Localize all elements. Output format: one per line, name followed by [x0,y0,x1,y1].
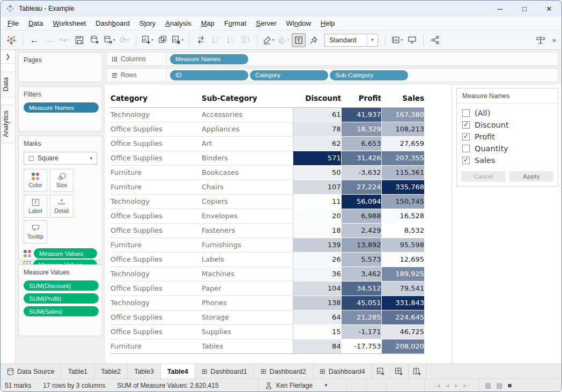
category-cell[interactable]: Office Supplies [110,310,202,324]
category-cell[interactable]: Office Supplies [110,252,202,267]
profit-cell[interactable]: 13,892 [341,238,381,252]
rows-shelf-pill[interactable]: Sub-Category [330,70,408,80]
checkbox-icon[interactable] [462,145,470,152]
sub-category-cell[interactable]: Supplies [202,324,293,339]
profit-cell[interactable]: -1,171 [341,324,381,339]
profit-cell[interactable]: 34,512 [341,281,381,295]
mark-type-select[interactable]: Square ▼ [24,152,97,165]
category-cell[interactable]: Office Supplies [110,223,202,238]
fix-axes-pin-button[interactable] [307,33,321,47]
show-me-button[interactable] [534,33,548,47]
discount-cell[interactable]: 571 [293,151,341,165]
clear-sheet-button[interactable]: ▾ [171,33,184,47]
discount-cell[interactable]: 84 [293,339,341,353]
filter-option-profit[interactable]: Profit [462,131,552,143]
new-worksheet-button[interactable]: ▾ [140,33,154,47]
measure-values-pill[interactable]: SUM(Discount) [24,280,99,291]
column-header-profit[interactable]: Profit [341,90,381,107]
tab-table2[interactable]: Table2 [94,364,128,379]
cancel-button[interactable]: Cancel [461,171,506,182]
sub-category-cell[interactable]: Appliances [202,122,293,136]
profit-cell[interactable]: 3,462 [341,267,381,281]
pages-card[interactable]: Pages [18,52,102,82]
profit-cell[interactable]: 6,988 [341,209,381,223]
measure-values-pill[interactable]: SUM(Profit) [24,293,99,304]
category-cell[interactable]: Technology [110,107,202,122]
category-cell[interactable]: Technology [110,295,202,310]
pause-auto-updates-button[interactable]: ▾ [102,33,116,47]
category-cell[interactable]: Furniture [110,339,202,353]
measure-values-pill[interactable]: SUM(Sales) [24,306,99,316]
category-cell[interactable]: Office Supplies [110,324,202,339]
discount-cell[interactable]: 139 [293,238,341,252]
discount-cell[interactable]: 62 [293,136,341,151]
new-data-source-button[interactable] [87,33,101,47]
tab-table1[interactable]: Table1 [61,364,94,379]
sort-ascending-button[interactable] [209,33,223,47]
sub-category-cell[interactable]: Labels [202,252,293,267]
refresh-data-button[interactable]: ⟳▾ [117,33,131,47]
share-button[interactable] [428,33,442,47]
sales-cell[interactable]: 79,541 [381,281,424,295]
category-cell[interactable]: Office Supplies [110,151,202,165]
sales-cell[interactable]: 207,355 [381,151,424,165]
replay-button[interactable]: ↪▾ [57,33,71,47]
filter-option-discount[interactable]: Discount [462,119,552,131]
discount-cell[interactable]: 18 [293,223,341,238]
column-header-sales[interactable]: Sales [381,90,424,107]
category-cell[interactable]: Office Supplies [110,136,202,151]
menu-file[interactable]: File [3,18,24,29]
size-button[interactable]: Size [50,169,73,192]
tab-analytics[interactable]: Analytics [2,105,14,143]
category-cell[interactable]: Furniture [110,238,202,252]
show-me-cards-button[interactable]: ▾ [390,33,404,47]
discount-cell[interactable]: 107 [293,180,341,194]
first-sheet-icon[interactable]: ❘◀ [432,383,440,388]
sub-category-cell[interactable]: Art [202,136,293,151]
expand-pane-button[interactable]: ❯ [1,50,15,64]
sales-cell[interactable]: 12,695 [381,252,424,267]
discount-cell[interactable]: 64 [293,310,341,324]
column-header-category[interactable]: Category [110,90,202,107]
sub-category-cell[interactable]: Copiers [202,194,293,209]
category-cell[interactable]: Office Supplies [110,281,202,295]
group-members-button[interactable] [239,33,253,47]
menu-window[interactable]: Window [282,18,316,29]
filmstrip-icon[interactable]: ▩ [496,381,502,389]
sales-cell[interactable]: 208,020 [381,339,424,353]
sales-cell[interactable]: 16,528 [381,209,424,223]
fit-mode-select[interactable]: Standard ▼ [324,34,378,47]
sales-cell[interactable]: 167,380 [381,107,424,122]
tab-table3[interactable]: Table3 [128,364,161,379]
sub-category-cell[interactable]: Paper [202,281,293,295]
sub-category-cell[interactable]: Storage [202,310,293,324]
minimize-button[interactable]: ─ [487,1,512,17]
sub-category-cell[interactable]: Chairs [202,180,293,194]
menu-help[interactable]: Help [316,18,340,29]
profit-cell[interactable]: 6,653 [341,136,381,151]
checkbox-icon[interactable] [462,109,470,117]
apply-button[interactable]: Apply [509,171,554,182]
filter-option-quantity[interactable]: Quantity [462,143,552,154]
swap-rows-columns-button[interactable] [194,33,208,47]
sales-cell[interactable]: 115,361 [381,165,424,180]
undo-button[interactable]: ← [27,33,41,47]
discount-cell[interactable]: 104 [293,281,341,295]
sales-cell[interactable]: 46,725 [381,324,424,339]
rows-shelf[interactable]: Rows IDCategorySub-Category [106,68,558,82]
discount-cell[interactable]: 138 [293,295,341,310]
marks-card[interactable]: Marks Square ▼ Color Size [18,136,102,260]
discount-cell[interactable]: 78 [293,122,341,136]
tooltip-button[interactable]: Tooltip [24,220,47,243]
sub-category-cell[interactable]: Machines [202,267,293,281]
sheet-sorter-icon[interactable]: ▦ [485,381,491,389]
discount-cell[interactable]: 15 [293,324,341,339]
filter-pill[interactable]: Measure Names [24,102,99,113]
columns-shelf[interactable]: Columns Measure Names [106,52,558,66]
profit-cell[interactable]: 56,094 [341,194,381,209]
category-cell[interactable]: Office Supplies [110,209,202,223]
tab-table4[interactable]: Table4 [161,364,195,379]
redo-button[interactable]: → [42,33,56,47]
discount-cell[interactable]: 50 [293,165,341,180]
discount-cell[interactable]: 36 [293,267,341,281]
